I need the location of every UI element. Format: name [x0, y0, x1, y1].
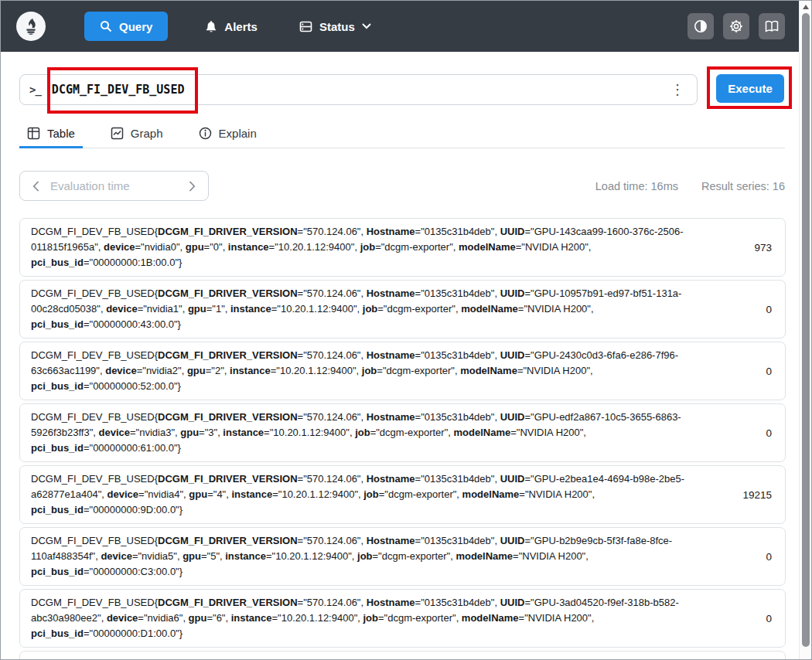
table-toolbar: Evaluation time Load time: 16ms Result s… [19, 171, 785, 201]
result-row: DCGM_FI_DEV_FB_USED{DCGM_FI_DRIVER_VERSI… [19, 218, 786, 277]
result-row: DCGM_FI_DEV_FB_USED{DCGM_FI_DRIVER_VERSI… [19, 527, 786, 586]
query-input[interactable]: >_ DCGM_FI_DEV_FB_USED ⋮ [19, 74, 698, 105]
nav-status-button[interactable]: Status [295, 19, 376, 34]
prometheus-app: Query Alerts Status [0, 0, 812, 660]
vertical-scrollbar[interactable] [799, 1, 811, 659]
contrast-theme-icon [694, 19, 708, 33]
result-tabs: Table Graph Explain [19, 121, 785, 148]
tab-table[interactable]: Table [19, 121, 83, 148]
nav-query-button[interactable]: Query [84, 12, 168, 41]
top-navbar: Query Alerts Status [1, 1, 800, 52]
tab-explain-label: Explain [219, 127, 257, 140]
series-value: 0 [711, 304, 773, 315]
series-labels: DCGM_FI_DEV_FB_USED{DCGM_FI_DRIVER_VERSI… [31, 224, 711, 270]
prometheus-logo[interactable] [16, 12, 46, 41]
promql-prompt-icon: >_ [29, 83, 41, 96]
tab-graph-label: Graph [131, 127, 163, 140]
evaluation-time-input[interactable]: Evaluation time [50, 179, 187, 192]
results-list: DCGM_FI_DEV_FB_USED{DCGM_FI_DRIVER_VERSI… [19, 218, 786, 660]
result-row: DCGM_FI_DEV_FB_USED{DCGM_FI_DRIVER_VERSI… [19, 589, 786, 648]
scrollbar-thumb[interactable] [802, 13, 810, 647]
bell-icon [205, 20, 217, 33]
series-labels: DCGM_FI_DEV_FB_USED{DCGM_FI_DRIVER_VERSI… [31, 286, 711, 332]
result-row: DCGM_FI_DEV_FB_USED{DCGM_FI_DRIVER_VERSI… [19, 651, 786, 660]
query-options-kebab-icon[interactable]: ⋮ [667, 83, 687, 97]
tab-explain[interactable]: Explain [191, 121, 264, 148]
series-labels: DCGM_FI_DEV_FB_USED{DCGM_FI_DRIVER_VERSI… [31, 595, 711, 641]
series-value: 0 [711, 613, 773, 624]
query-expression[interactable]: DCGM_FI_DEV_FB_USED [52, 83, 667, 97]
graph-icon [111, 127, 124, 140]
result-series-text: Result series: 16 [701, 180, 785, 192]
series-labels: DCGM_FI_DEV_FB_USED{DCGM_FI_DRIVER_VERSI… [31, 348, 711, 394]
series-value: 0 [711, 427, 773, 439]
chevron-left-icon [32, 181, 39, 192]
gear-icon [729, 19, 743, 33]
load-time-text: Load time: 16ms [595, 180, 678, 192]
result-row: DCGM_FI_DEV_FB_USED{DCGM_FI_DRIVER_VERSI… [19, 280, 786, 339]
book-icon [765, 20, 779, 32]
tab-graph[interactable]: Graph [103, 121, 171, 148]
series-labels: DCGM_FI_DEV_FB_USED{DCGM_FI_DRIVER_VERSI… [31, 533, 711, 580]
info-circle-icon [199, 127, 212, 140]
search-icon [100, 20, 112, 32]
nav-status-label: Status [319, 20, 355, 33]
evaluation-time-picker[interactable]: Evaluation time [19, 171, 209, 201]
result-row: DCGM_FI_DEV_FB_USED{DCGM_FI_DRIVER_VERSI… [19, 342, 786, 400]
result-row: DCGM_FI_DEV_FB_USED{DCGM_FI_DRIVER_VERSI… [19, 403, 786, 462]
nav-alerts-label: Alerts [224, 20, 258, 33]
chevron-right-icon [189, 181, 196, 192]
series-labels: DCGM_FI_DEV_FB_USED{DCGM_FI_DRIVER_VERSI… [31, 471, 711, 518]
nav-query-label: Query [119, 20, 152, 33]
chevron-down-icon [362, 23, 371, 29]
series-labels: DCGM_FI_DEV_FB_USED{DCGM_FI_DRIVER_VERSI… [31, 657, 711, 660]
query-stats: Load time: 16ms Result series: 16 [595, 180, 785, 192]
evaluation-time-prev-button[interactable] [31, 179, 41, 193]
series-value: 0 [711, 551, 773, 563]
series-labels: DCGM_FI_DEV_FB_USED{DCGM_FI_DRIVER_VERSI… [31, 410, 711, 456]
theme-toggle-button[interactable] [687, 13, 714, 39]
server-stack-icon [299, 20, 312, 33]
settings-button[interactable] [723, 13, 749, 39]
table-icon [27, 127, 40, 140]
scrollbar-up-arrow-icon[interactable] [800, 2, 811, 12]
execute-button[interactable]: Execute [716, 74, 784, 103]
docs-button[interactable] [759, 13, 785, 39]
series-value: 973 [711, 242, 773, 253]
result-row: DCGM_FI_DEV_FB_USED{DCGM_FI_DRIVER_VERSI… [19, 465, 786, 524]
evaluation-time-next-button[interactable] [187, 179, 197, 193]
prometheus-flame-icon [22, 17, 40, 36]
nav-alerts-button[interactable]: Alerts [200, 19, 262, 34]
tab-table-label: Table [47, 127, 75, 140]
series-value: 19215 [711, 489, 773, 501]
query-bar: >_ DCGM_FI_DEV_FB_USED ⋮ Execute [19, 74, 785, 105]
series-value: 0 [711, 366, 773, 377]
